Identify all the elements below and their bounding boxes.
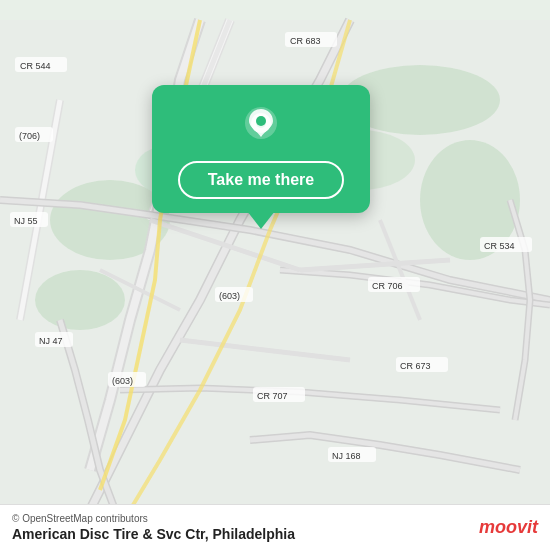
svg-text:NJ 55: NJ 55 <box>14 216 38 226</box>
bottom-left: © OpenStreetMap contributors American Di… <box>12 513 295 542</box>
map-container: CR 544 CR 683 (706) NJ 42 NJ 55 (603) CR… <box>0 0 550 550</box>
bottom-bar: © OpenStreetMap contributors American Di… <box>0 504 550 550</box>
svg-text:CR 707: CR 707 <box>257 391 288 401</box>
svg-text:CR 706: CR 706 <box>372 281 403 291</box>
svg-point-4 <box>35 270 125 330</box>
moovit-logo: moovit <box>479 517 538 538</box>
svg-text:(706): (706) <box>19 131 40 141</box>
map-roads: CR 544 CR 683 (706) NJ 42 NJ 55 (603) CR… <box>0 0 550 550</box>
svg-text:CR 544: CR 544 <box>20 61 51 71</box>
svg-text:(603): (603) <box>112 376 133 386</box>
svg-text:NJ 168: NJ 168 <box>332 451 361 461</box>
svg-point-46 <box>256 116 266 126</box>
osm-attribution: © OpenStreetMap contributors <box>12 513 295 524</box>
svg-text:CR 673: CR 673 <box>400 361 431 371</box>
take-me-there-button[interactable]: Take me there <box>178 161 344 199</box>
svg-text:NJ 47: NJ 47 <box>39 336 63 346</box>
svg-text:CR 534: CR 534 <box>484 241 515 251</box>
moovit-brand-text: moovit <box>479 517 538 538</box>
svg-text:CR 683: CR 683 <box>290 36 321 46</box>
svg-text:(603): (603) <box>219 291 240 301</box>
popup-card: Take me there <box>152 85 370 213</box>
location-name: American Disc Tire & Svc Ctr, Philadelph… <box>12 526 295 542</box>
location-pin-icon <box>237 103 285 151</box>
